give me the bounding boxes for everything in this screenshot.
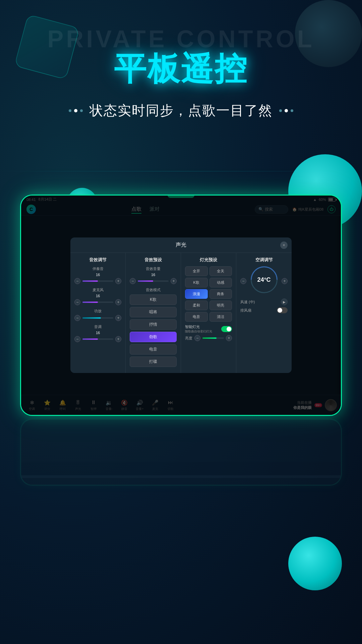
power-amp-track[interactable] [82,317,113,319]
smart-light-row: 智能灯光 随歌曲自动变幻灯光 [185,324,232,334]
effect-volume-fill [138,280,153,282]
microphone-group: 麦克风 16 − + [74,287,121,305]
effect-preset-section: 音效预设 音效音量 16 − + [126,253,181,373]
accompaniment-value: 16 [74,273,121,277]
divider [0,171,362,171]
subtitle: 状态实时同步，点歌一目了然 [0,101,362,120]
tone-plus[interactable]: + [115,336,121,342]
main-title: 平板遥控 [0,48,362,91]
dot-5 [285,109,288,112]
tone-group: 音调 16 − + [74,324,121,342]
light-bright[interactable]: 明亮 [209,301,232,310]
tablet-reflection [20,419,342,486]
power-amp-group: 功放 − + [74,309,121,321]
brightness-minus[interactable]: − [194,335,200,341]
accompaniment-plus[interactable]: + [115,278,121,284]
tone-slider-row: − + [74,336,121,342]
modal-header: 声光 × [70,237,292,253]
light-clean[interactable]: 清洁 [209,312,232,322]
effect-dance[interactable]: 劲歌 [130,332,177,342]
brightness-track[interactable] [202,337,224,339]
light-business[interactable]: 商务 [209,289,232,299]
microphone-minus[interactable]: − [74,299,80,305]
light-karaoke[interactable]: K歌 [185,278,208,287]
effect-mode-label: 音效模式 [130,287,177,292]
close-icon: × [283,243,285,248]
light-romantic[interactable]: 浪漫 [185,289,208,299]
subtitle-dots-right [279,109,293,112]
effect-volume-value: 16 [130,273,177,277]
modal-body: 音效调节 伴奏音 16 − + [70,253,292,373]
audio-adjust-title: 音效调节 [74,257,121,263]
sound-light-modal: 声光 × 音效调节 伴奏音 16 − [70,237,292,373]
brightness-plus[interactable]: + [226,335,232,341]
tone-track[interactable] [82,338,113,340]
effect-electronic[interactable]: 电音 [130,344,177,355]
dot-3 [80,109,83,112]
power-amp-minus[interactable]: − [74,315,80,321]
light-soft[interactable]: 柔和 [185,301,208,310]
ac-wind-label: 风速 (中) [240,300,255,305]
effect-lyrical[interactable]: 抒情 [130,319,177,330]
tablet-device: 08:41 8月14日 二 ▲ 60% C 点歌 派对 🔍 搜索 [20,195,342,416]
smart-light-toggle[interactable] [221,326,232,332]
ac-dial: 24°C [251,266,278,293]
dot-2 [74,109,77,112]
tablet-wrapper: 08:41 8月14日 二 ▲ 60% C 点歌 派对 🔍 搜索 [20,195,342,486]
power-amp-label: 功放 [74,309,121,314]
power-amp-slider-row: − + [74,315,121,321]
header-section: PRIVATE CONTROL 平板遥控 状态实时同步，点歌一目了然 [0,0,362,120]
tone-label: 音调 [74,324,121,329]
effect-volume-row: − + [130,278,177,284]
modal-title: 声光 [176,242,186,248]
tone-minus[interactable]: − [74,336,80,342]
effect-singer[interactable]: 唱将 [130,307,177,317]
fan-row: 排风扇 [240,307,288,313]
fan-label: 排风扇 [240,308,251,313]
microphone-track[interactable] [82,302,113,303]
fan-toggle[interactable] [277,307,288,313]
brightness-row: 亮度 − + [185,335,232,341]
light-dynamic[interactable]: 动感 [209,278,232,287]
power-amp-fill [82,317,101,319]
light-electronic[interactable]: 电音 [185,312,208,322]
ac-temperature: 24°C [257,276,270,283]
ac-temp-plus[interactable]: + [282,278,288,284]
smart-light-info: 智能灯光 随歌曲自动变幻灯光 [185,324,212,334]
ac-adjust-title: 空调调节 [240,257,288,263]
subtitle-dots-left [69,109,83,112]
effect-volume-minus[interactable]: − [130,278,136,284]
power-amp-plus[interactable]: + [115,315,121,321]
accompaniment-group: 伴奏音 16 − + [74,266,121,284]
microphone-plus[interactable]: + [115,299,121,305]
toggle-knob [227,327,231,331]
modal-overlay: 声光 × 音效调节 伴奏音 16 − [21,196,341,415]
ac-temp-minus[interactable]: − [240,278,246,284]
accompaniment-minus[interactable]: − [74,278,80,284]
light-grid: 全开 全关 K歌 动感 浪漫 商务 柔和 明亮 电音 清洁 [185,266,232,322]
effect-volume-plus[interactable]: + [171,278,177,284]
ac-wind-row: 风速 (中) ▶ [240,299,288,305]
effect-volume-track[interactable] [138,280,169,282]
light-all-on[interactable]: 全开 [185,266,208,276]
brightness-label: 亮度 [185,336,192,341]
accompaniment-fill [82,280,98,282]
accompaniment-slider-row: − + [74,278,121,284]
light-preset-section: 灯光预设 全开 全关 K歌 动感 浪漫 商务 柔和 明亮 电音 清洁 [181,253,236,373]
subtitle-text: 状态实时同步，点歌一目了然 [89,101,273,120]
microphone-slider-row: − + [74,299,121,305]
ac-wind-next[interactable]: ▶ [281,299,288,305]
dot-4 [279,109,282,112]
effect-preset-title: 音效预设 [130,257,177,263]
effect-karaoke[interactable]: K歌 [130,294,177,305]
light-all-off[interactable]: 全关 [209,266,232,276]
smart-light-sub: 随歌曲自动变幻灯光 [185,329,212,334]
modal-close-button[interactable]: × [280,241,288,249]
ac-temp-controls: − 24°C + [240,266,288,296]
accompaniment-track[interactable] [82,280,113,282]
dot-1 [69,109,71,112]
light-preset-title: 灯光预设 [185,257,232,263]
tone-value: 16 [74,331,121,335]
effect-dj[interactable]: 打碟 [130,357,177,367]
dot-6 [291,109,293,112]
